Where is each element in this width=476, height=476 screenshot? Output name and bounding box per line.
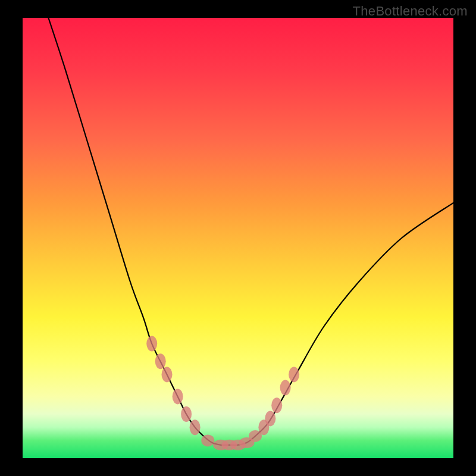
plot-area [23, 18, 453, 458]
curve-marker [289, 367, 299, 382]
curve-marker [201, 434, 214, 446]
curve-marker [146, 336, 157, 352]
curve-marker [173, 389, 183, 404]
marker-group [146, 336, 299, 450]
curve-marker [162, 367, 173, 382]
curve-marker [265, 411, 275, 426]
curve-marker [271, 397, 282, 413]
watermark-text: TheBottleneck.com [353, 4, 468, 19]
curve-marker [155, 353, 166, 369]
curve-marker [190, 419, 201, 435]
chart-frame: TheBottleneck.com [0, 0, 476, 476]
curve-layer [23, 18, 453, 458]
curve-marker [181, 406, 192, 422]
bottleneck-curve [48, 18, 453, 445]
curve-marker [280, 380, 291, 396]
